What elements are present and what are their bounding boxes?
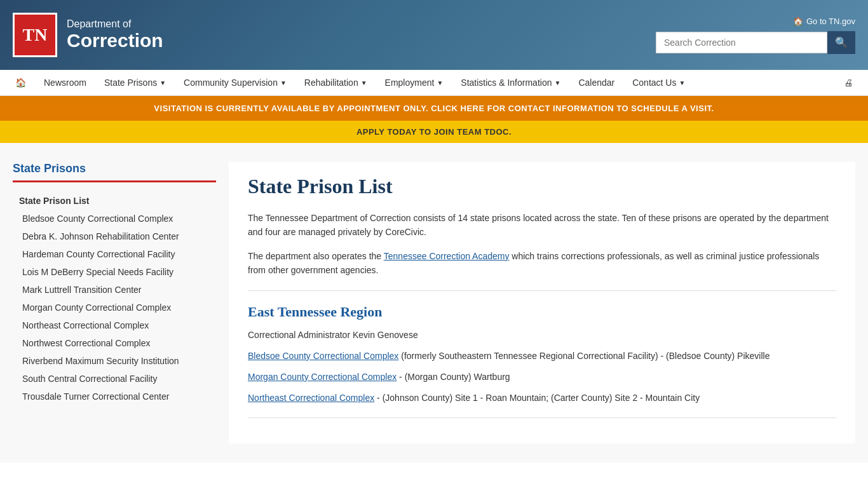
nav-home[interactable]: 🏠: [6, 70, 35, 95]
list-item[interactable]: Riverbend Maximum Security Institution: [13, 352, 216, 370]
sidebar-link-morgan[interactable]: Morgan County Correctional Complex: [13, 299, 216, 316]
dept-of-label: Department of: [67, 18, 163, 30]
list-item[interactable]: Bledsoe County Correctional Complex: [13, 210, 216, 227]
sidebar-list: State Prison List Bledsoe County Correct…: [13, 192, 216, 405]
sidebar-link-trousdale[interactable]: Trousdale Turner Correctional Center: [13, 388, 216, 405]
intro-paragraph-2: The department also operates the Tenness…: [248, 249, 836, 278]
content-wrapper: TN State Prison List The Tennessee Depar…: [229, 162, 855, 444]
facility-bledsoe: Bledsoe County Correctional Complex (for…: [248, 349, 836, 363]
morgan-description: - (Morgan County) Wartburg: [399, 372, 510, 382]
go-to-tn-link[interactable]: 🏠 Go to TN.gov: [793, 17, 855, 26]
intro-p2-before: The department also operates the: [248, 251, 384, 261]
chevron-icon: ▼: [361, 79, 367, 86]
divider-1: [248, 290, 836, 291]
main-nav: 🏠 Newsroom State Prisons ▼ Community Sup…: [0, 70, 868, 96]
list-item[interactable]: Mark Luttrell Transition Center: [13, 281, 216, 299]
nav-community-supervision[interactable]: Community Supervision ▼: [175, 70, 295, 95]
facility-northeast: Northeast Correctional Complex - (Johnso…: [248, 391, 836, 405]
department-name: Department of Correction: [67, 18, 163, 51]
dept-main-name: Correction: [67, 30, 163, 51]
bledsoe-description: (formerly Southeastern Tennessee Regiona…: [401, 351, 770, 361]
tca-link[interactable]: Tennessee Correction Academy: [384, 251, 510, 261]
home-icon: 🏠: [793, 17, 803, 26]
sidebar-title: State Prisons: [13, 162, 216, 182]
nav-calendar[interactable]: Calendar: [569, 70, 623, 95]
sidebar-link-bledsoe[interactable]: Bledsoe County Correctional Complex: [13, 210, 216, 227]
divider-2: [248, 417, 836, 418]
sidebar-link-mark[interactable]: Mark Luttrell Transition Center: [13, 281, 216, 299]
search-input[interactable]: [656, 32, 827, 53]
list-item[interactable]: Northeast Correctional Complex: [13, 316, 216, 334]
list-item[interactable]: Trousdale Turner Correctional Center: [13, 388, 216, 405]
chevron-icon: ▼: [437, 79, 443, 86]
main-content: State Prison List The Tennessee Departme…: [229, 162, 855, 444]
chevron-icon: ▼: [159, 79, 166, 86]
bledsoe-link[interactable]: Bledsoe County Correctional Complex: [248, 351, 398, 361]
list-item[interactable]: Debra K. Johnson Rehabilitation Center: [13, 227, 216, 245]
nav-statistics[interactable]: Statistics & Information ▼: [452, 70, 569, 95]
east-region-title: East Tennessee Region: [248, 304, 836, 320]
nav-newsroom[interactable]: Newsroom: [35, 70, 95, 95]
yellow-banner[interactable]: APPLY TODAY TO JOIN TEAM TDOC.: [0, 121, 868, 143]
sidebar-link-riverbend[interactable]: Riverbend Maximum Security Institution: [13, 352, 216, 370]
tn-logo: TN: [13, 13, 57, 57]
orange-banner[interactable]: VISITATION IS CURRENTLY AVAILABLE BY APP…: [0, 96, 868, 121]
header-logo-area: TN Department of Correction: [13, 13, 163, 57]
search-bar: 🔍: [656, 31, 855, 54]
northeast-description: - (Johnson County) Site 1 - Roan Mountai…: [377, 393, 700, 403]
facility-morgan: Morgan County Correctional Complex - (Mo…: [248, 370, 836, 384]
nav-contact-us[interactable]: Contact Us ▼: [623, 70, 694, 95]
list-item[interactable]: Lois M DeBerry Special Needs Facility: [13, 263, 216, 281]
sidebar: State Prisons State Prison List Bledsoe …: [13, 162, 216, 444]
chevron-icon: ▼: [554, 79, 560, 86]
nav-rehabilitation[interactable]: Rehabilitation ▼: [295, 70, 376, 95]
nav-print[interactable]: 🖨: [835, 70, 862, 95]
page-title: State Prison List: [248, 175, 836, 198]
list-item[interactable]: Morgan County Correctional Complex: [13, 299, 216, 316]
chevron-icon: ▼: [280, 79, 287, 86]
sidebar-link-hardeman[interactable]: Hardeman County Correctional Facility: [13, 245, 216, 263]
list-item[interactable]: Hardeman County Correctional Facility: [13, 245, 216, 263]
sidebar-link-debra[interactable]: Debra K. Johnson Rehabilitation Center: [13, 227, 216, 245]
list-item[interactable]: Northwest Correctional Complex: [13, 334, 216, 352]
nav-employment[interactable]: Employment ▼: [376, 70, 452, 95]
sidebar-link-south-central[interactable]: South Central Correctional Facility: [13, 370, 216, 388]
sidebar-active-item: State Prison List: [13, 192, 216, 210]
sidebar-link-northeast[interactable]: Northeast Correctional Complex: [13, 316, 216, 334]
home-nav-icon: 🏠: [15, 78, 26, 88]
admin-line: Correctional Administrator Kevin Genoves…: [248, 328, 836, 342]
site-header: TN Department of Correction 🏠 Go to TN.g…: [0, 0, 868, 70]
list-item[interactable]: South Central Correctional Facility: [13, 370, 216, 388]
go-to-tn-label: Go to TN.gov: [806, 17, 855, 26]
nav-state-prisons[interactable]: State Prisons ▼: [95, 70, 175, 95]
morgan-link[interactable]: Morgan County Correctional Complex: [248, 372, 397, 382]
main-container: State Prisons State Prison List Bledsoe …: [0, 143, 868, 463]
chevron-icon: ▼: [679, 79, 685, 86]
search-button[interactable]: 🔍: [827, 31, 855, 54]
header-right-area: 🏠 Go to TN.gov 🔍: [656, 17, 855, 54]
sidebar-link-northwest[interactable]: Northwest Correctional Complex: [13, 334, 216, 352]
northeast-link[interactable]: Northeast Correctional Complex: [248, 393, 374, 403]
sidebar-link-lois[interactable]: Lois M DeBerry Special Needs Facility: [13, 263, 216, 281]
intro-paragraph-1: The Tennessee Department of Correction c…: [248, 211, 836, 240]
